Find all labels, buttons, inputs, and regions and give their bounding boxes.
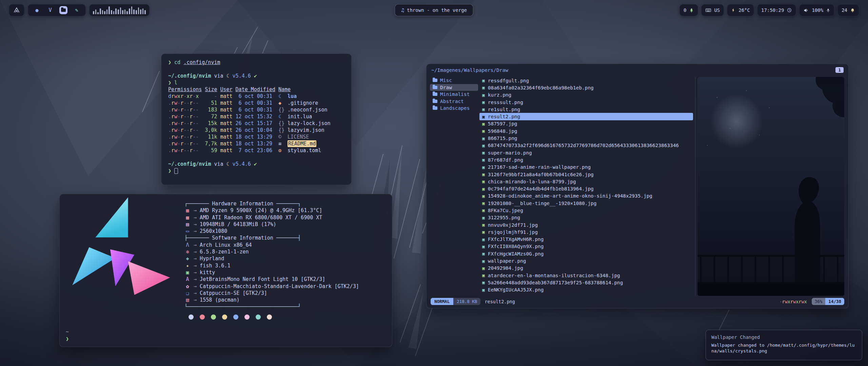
folder-icon [433, 100, 437, 103]
workspace-files[interactable] [59, 6, 67, 14]
file-permissions: .rw-r--r-- [168, 113, 202, 120]
braces-icon: {} [278, 127, 284, 134]
file-item[interactable]: ▣8FKa7Cu.jpeg [479, 207, 693, 214]
file-item[interactable]: ▣3122955.png [479, 214, 693, 221]
graph-bar [126, 11, 128, 14]
notifications-widget[interactable]: 24 [837, 4, 859, 16]
file-size: 3,0k [205, 127, 217, 134]
file-item[interactable]: ▣FXfcHgcWIAMzs0G.png [479, 250, 693, 257]
graph-bar [104, 11, 105, 14]
file-item[interactable]: ▣154928-odinokoe_anime-art-anime-okno-si… [479, 192, 693, 200]
now-playing-label: thrown - on the verge [407, 7, 467, 13]
file-item[interactable]: ▣rsjqojlmjhf91.jpg [479, 228, 693, 236]
file-item[interactable]: ▣super-mario.png [479, 149, 693, 156]
fetch-row: A→JetBrainsMono Nerd Font Light 10 [GTK2… [184, 276, 359, 283]
graph-bar [138, 7, 139, 14]
workspace-web[interactable]: ● [33, 6, 41, 14]
brush-icon: ✎ [75, 8, 78, 13]
file-item[interactable]: ▣5a266e448add93deab367d87173e9f25-683788… [479, 279, 693, 286]
volume-widget[interactable]: 100% [799, 4, 834, 16]
file-item[interactable]: ▣ressdfgult.png [479, 77, 693, 84]
arrow-icon: → [194, 255, 197, 262]
file-date: 12 oct 15:32 [236, 113, 275, 120]
arrow-icon: → [194, 221, 197, 228]
file-item[interactable]: ▣20492984.jpg [479, 265, 693, 272]
file-item[interactable]: ▣587597.jpg [479, 120, 693, 127]
license-icon: © [278, 134, 284, 140]
file-item[interactable]: ▣wallpaper.png [479, 257, 693, 264]
folder-icon [433, 106, 437, 110]
file-item[interactable]: ▣FXfcJlTXgAMvH6R.png [479, 236, 693, 243]
file-size: - [205, 93, 217, 100]
workspace-design[interactable]: ✎ [73, 6, 81, 14]
file-item[interactable]: ▣result2.png [479, 113, 693, 120]
keyboard-layout-widget[interactable]: US [701, 4, 724, 16]
file-item[interactable]: ▣866715.png [479, 135, 693, 142]
file-item[interactable]: ▣596848.jpg [479, 127, 693, 135]
color-dot [256, 314, 261, 320]
updates-widget[interactable]: 0 [679, 4, 698, 16]
arrow-icon: → [194, 269, 197, 276]
fetch-row: ▦→AMD Ryzen 9 5900X (24) @ 4.9GHz [61.3°… [184, 207, 359, 214]
file-item[interactable]: ▣re1sult.png [479, 106, 693, 113]
image-file-icon: ▣ [482, 157, 485, 162]
terminal-input-line[interactable]: ❯ [168, 167, 344, 174]
tab-badge[interactable]: 1 [835, 67, 844, 73]
sidebar-folder-landscapes[interactable]: Landscapes [430, 105, 478, 112]
color-dot [189, 314, 194, 320]
weather-widget[interactable]: 26°C [727, 4, 754, 16]
file-item[interactable]: ▣atardecer-en-la-montanas-ilustracion-63… [479, 272, 693, 279]
sidebar-folder-draw[interactable]: Draw [430, 84, 478, 91]
folder-icon [433, 79, 437, 82]
file-item[interactable]: ▣87r687df.png [479, 156, 693, 163]
file-item[interactable]: ▣19201080-__blue-tinge__-1920×1080.jpg [479, 200, 693, 207]
fetch-row: ❏→Catppuccin-SE [GTK2/3] [184, 290, 359, 297]
cpu-history-graph[interactable] [89, 4, 150, 16]
file-item[interactable]: ▣3126f7e9bbf21a8a4af0b67b041c6e26.jpg [479, 171, 693, 178]
app-launcher-button[interactable] [9, 4, 24, 16]
file-date: 18 oct 13:29 [236, 140, 275, 147]
file-name: ©LICENSE [278, 134, 331, 140]
color-dot [222, 314, 227, 320]
hardware-info-list: ▦→AMD Ryzen 9 5900X (24) @ 4.9GHz [61.3°… [184, 207, 359, 235]
music-icon: ♫ [401, 7, 404, 13]
terminal-window-nvim[interactable]: ❯cd.config/nvim ~/.config/nvimvia☾v5.4.6… [161, 54, 352, 185]
graph-bar [93, 11, 94, 14]
eza-header: Name [278, 86, 331, 93]
clock-widget[interactable]: 17:50:29 [757, 4, 796, 16]
sidebar-folder-minimalist[interactable]: Minimalist [430, 91, 478, 98]
sidebar-folder-abstract[interactable]: Abstract [430, 98, 478, 105]
file-item[interactable]: ▣08a634fa02a32364f69ebc86a98eb1eb.png [479, 84, 693, 91]
file-item[interactable]: ▣68747470733a2f2f696d616765732d7769786d7… [479, 142, 693, 149]
graph-bar [136, 10, 137, 14]
file-date: 18 oct 13:29 [236, 134, 275, 140]
arrow-icon: → [194, 248, 197, 255]
file-permissions: .rw-r--r-- [168, 134, 202, 140]
file-item[interactable]: ▣resssult.png [479, 99, 693, 106]
sidebar-folder-misc[interactable]: Misc [430, 77, 478, 84]
file-item[interactable]: ▣kurz.png [479, 92, 693, 99]
color-dot [244, 314, 250, 320]
file-item[interactable]: ▣EeNKYgIUcAAJ5JX.png [479, 286, 693, 293]
file-list-pane: ▣ressdfgult.png▣08a634fa02a32364f69ebc86… [479, 77, 693, 296]
file-item[interactable]: ▣FXfcII0X0AQyn9X.png [479, 243, 693, 250]
terminal-window-fastfetch[interactable]: ┌─────── Hardware Information ───────┐ ▦… [59, 194, 392, 347]
notifications-count: 24 [842, 7, 847, 13]
now-playing-widget[interactable]: ♫ thrown - on the verge [395, 4, 473, 16]
file-size: 15k [205, 120, 217, 127]
file-manager-window[interactable]: ~/Imagenes/Wallpapers/Draw 1 MiscDrawMin… [426, 64, 849, 308]
image-file-icon: ▣ [482, 229, 485, 235]
file-item[interactable]: ▣nnvuv0xj2df71.jpg [479, 221, 693, 228]
fetch-terminal-prompt[interactable]: ~ ❯ [66, 328, 69, 343]
fetch-row: ▧→1558 (pacman) [184, 297, 359, 303]
workspace-code[interactable]: V [46, 6, 54, 14]
notification-popup[interactable]: Wallpaper Changed Wallpaper changed to /… [706, 330, 862, 360]
file-item[interactable]: ▣chica-mirando-la-luna-8799.jpg [479, 178, 693, 185]
arch-logo-icon [13, 7, 20, 14]
file-item[interactable]: ▣0c794faf07de24a4db4d4fb1eb813964.jpg [479, 185, 693, 192]
braces-icon: {} [278, 120, 284, 127]
arrow-icon: → [194, 228, 197, 235]
file-item[interactable]: ▣217167-sad-anime-rain-wallpaper.png [479, 164, 693, 171]
folder-icon [61, 8, 66, 12]
temperature-label: 26°C [738, 7, 750, 13]
